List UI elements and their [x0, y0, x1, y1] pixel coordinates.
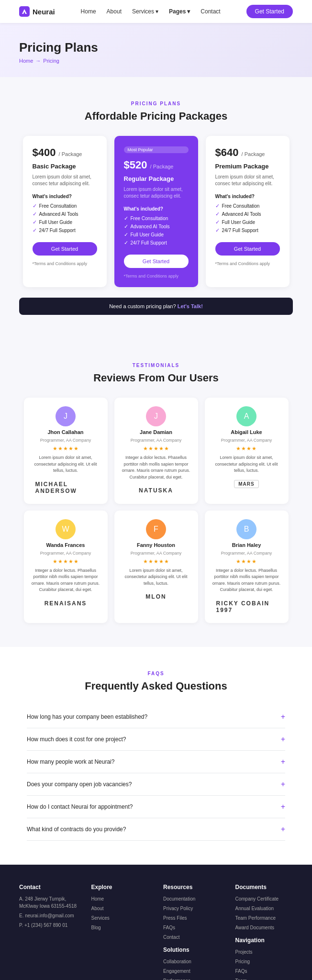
- footer-link[interactable]: Press Files: [163, 914, 221, 922]
- testimonial-card: J Jane Damian Programmer, AA Company ★★★…: [114, 398, 198, 504]
- footer-link[interactable]: Documentation: [163, 895, 221, 902]
- faq-item[interactable]: What kind of contracts do you provide? +: [27, 818, 285, 841]
- faq-expand-icon: +: [281, 757, 285, 766]
- footer-link[interactable]: Services: [91, 914, 149, 922]
- footer-link[interactable]: Projects: [235, 948, 293, 956]
- footer-link[interactable]: About: [91, 905, 149, 912]
- check-icon: ✓: [215, 203, 220, 209]
- footer-link[interactable]: Annual Evaluation: [235, 905, 293, 912]
- footer-solutions-heading: Solutions: [163, 947, 221, 953]
- pricing-desc: Lorem ipsum dolor sit amet, consec tetur…: [124, 186, 189, 200]
- reviewer-brand: MLON: [142, 592, 170, 601]
- review-text: Lorem ipsum dolor sit amet, consectetur …: [122, 568, 190, 587]
- avatar: F: [146, 519, 166, 539]
- footer-link[interactable]: Award Documents: [235, 924, 293, 931]
- check-icon: ✓: [33, 203, 37, 209]
- footer-navigation-heading: Navigation: [235, 937, 293, 944]
- faq-item[interactable]: How many people work at Neurai? +: [27, 751, 285, 773]
- footer-link[interactable]: Contact: [163, 934, 221, 941]
- footer-link[interactable]: Privacy Policy: [163, 905, 221, 912]
- pricing-section-label: PRICING PLANS: [19, 101, 293, 106]
- faq-item[interactable]: How long has your company been establish…: [27, 706, 285, 728]
- reviewer-brand: RENAISANS: [41, 599, 91, 608]
- list-item: ✓Full User Guide: [124, 232, 189, 238]
- check-icon: ✓: [33, 211, 37, 217]
- check-icon: ✓: [124, 223, 128, 230]
- pricing-features: ✓Free Consultation✓Advanced AI Tools✓Ful…: [215, 203, 280, 234]
- get-started-button[interactable]: Get Started: [246, 5, 293, 18]
- check-icon: ✓: [124, 215, 128, 222]
- list-item: ✓Full User Guide: [33, 219, 97, 225]
- reviewer-title: Programmer, AA Company: [221, 551, 272, 556]
- breadcrumb-home[interactable]: Home: [19, 58, 33, 64]
- avatar: J: [146, 406, 166, 426]
- chevron-down-icon: ▾: [187, 8, 190, 15]
- faq-item[interactable]: How much does it cost for one project? +: [27, 728, 285, 751]
- faq-expand-icon: +: [281, 713, 285, 721]
- footer-link[interactable]: FAQs: [235, 968, 293, 975]
- faq-section-label: FAQS: [19, 671, 293, 676]
- check-icon: ✓: [215, 227, 220, 234]
- list-item: ✓Free Consultation: [215, 203, 280, 209]
- list-item: ✓Free Consultation: [124, 215, 189, 222]
- footer-link[interactable]: Home: [91, 895, 149, 902]
- pricing-desc: Lorem ipsum dolor sit amet, consec tetur…: [33, 174, 97, 187]
- nav-contact[interactable]: Contact: [201, 8, 220, 15]
- nav-pages[interactable]: Pages ▾: [169, 8, 190, 15]
- reviewer-title: Programmer, AA Company: [40, 551, 91, 556]
- reviewer-brand: NATUSKA: [135, 486, 177, 495]
- footer-link[interactable]: Performance: [163, 977, 221, 980]
- footer-contact-heading: Contact: [19, 884, 77, 891]
- footer-email[interactable]: E. neurai.info@gmail.com: [19, 912, 77, 919]
- testimonial-card: B Brian Haley Programmer, AA Company ★★★…: [205, 511, 289, 623]
- page-title: Pricing Plans: [19, 40, 293, 55]
- faq-question: Does your company open job vacancies?: [27, 781, 132, 788]
- pricing-card: $640 / Package Premium Package Lorem ips…: [206, 136, 290, 287]
- testimonials-section: TESTIMONIALS Reviews From Our Users J Jh…: [0, 339, 312, 647]
- pricing-cta-button[interactable]: Get Started: [215, 242, 280, 256]
- faq-section: FAQS Frequently Asked Questions How long…: [0, 647, 312, 865]
- breadcrumb-arrow: →: [35, 58, 41, 64]
- review-text: Lorem ipsum dolor sit amet, consectetur …: [212, 455, 281, 474]
- breadcrumb-current: Pricing: [43, 58, 59, 64]
- nav-services[interactable]: Services ▾: [132, 8, 158, 15]
- faq-item[interactable]: Does your company open job vacancies? +: [27, 773, 285, 796]
- footer-link[interactable]: Blog: [91, 924, 149, 931]
- faq-question: How do I contact Neurai for appointment?: [27, 803, 133, 810]
- custom-pricing-banner: Need a custom pricing plan? Let's Talk!: [19, 298, 293, 315]
- faq-item[interactable]: How do I contact Neurai for appointment?…: [27, 796, 285, 818]
- pricing-features: ✓Free Consultation✓Advanced AI Tools✓Ful…: [33, 203, 97, 234]
- star-rating: ★★★★★: [53, 445, 79, 452]
- footer-link[interactable]: Company Certificate: [235, 895, 293, 902]
- footer-link[interactable]: Engagement: [163, 968, 221, 975]
- faq-expand-icon: +: [281, 802, 285, 811]
- pricing-card: Most Popular $520 / Package Regular Pack…: [114, 136, 198, 287]
- nav-home[interactable]: Home: [81, 8, 96, 15]
- reviewer-title: Programmer, AA Company: [131, 551, 182, 556]
- nav-about[interactable]: About: [107, 8, 122, 15]
- list-item: ✓Advanced AI Tools: [124, 223, 189, 230]
- pricing-cta-button[interactable]: Get Started: [33, 242, 97, 256]
- footer-link[interactable]: FAQs: [163, 924, 221, 931]
- reviewer-title: Programmer, AA Company: [40, 438, 91, 443]
- review-text: Integer a dolor lectus. Phasellus portti…: [122, 455, 190, 480]
- pricing-cta-button[interactable]: Get Started: [124, 255, 189, 268]
- faq-section-title: Frequently Asked Questions: [19, 680, 293, 692]
- review-text: Lorem ipsum dolor sit amet, consectetur …: [32, 455, 100, 474]
- logo-text: Neurai: [33, 8, 55, 16]
- footer-link[interactable]: Collaboration: [163, 958, 221, 965]
- footer-link[interactable]: Pricing: [235, 958, 293, 965]
- custom-banner-link[interactable]: Let's Talk!: [178, 303, 203, 309]
- pricing-card: $400 / Package Basic Package Lorem ipsum…: [23, 136, 107, 287]
- page-hero: Pricing Plans Home → Pricing: [0, 23, 312, 77]
- footer-explore-col: Explore HomeAboutServicesBlog: [91, 884, 149, 980]
- testimonial-card: J Jhon Callahan Programmer, AA Company ★…: [24, 398, 108, 504]
- nav-links: Home About Services ▾ Pages ▾ Contact: [81, 8, 221, 15]
- reviewer-name: Fanny Houston: [137, 542, 175, 548]
- avatar: A: [236, 406, 256, 426]
- logo[interactable]: Neurai: [19, 6, 55, 17]
- pricing-included-label: What's included?: [215, 194, 280, 199]
- footer-link[interactable]: Team: [235, 977, 293, 980]
- pricing-terms: *Terms and Conditions apply: [33, 261, 97, 266]
- footer-link[interactable]: Team Performance: [235, 914, 293, 922]
